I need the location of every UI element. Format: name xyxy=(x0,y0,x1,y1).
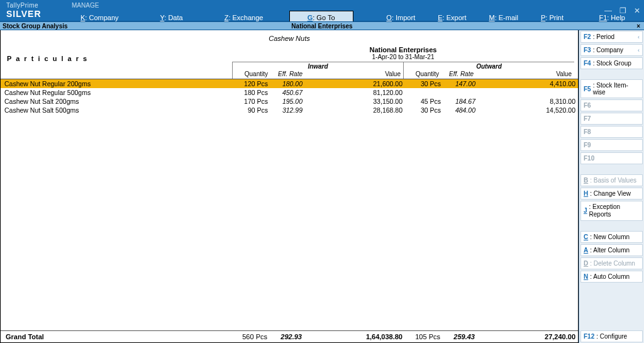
side-f10: F10 xyxy=(580,152,643,164)
side-panel: F2: Period‹ F3: Company‹ F4: Stock Group… xyxy=(579,30,644,343)
side-f8: F8 xyxy=(580,126,643,138)
period-heading: 1-Apr-20 to 31-Mar-21 xyxy=(232,53,574,62)
inward-column-group: Inward Quantity Eff. Rate Value xyxy=(232,62,403,79)
side-stock-group[interactable]: F4: Stock Group xyxy=(580,57,643,69)
brand-block: TallyPrime SILVER xyxy=(0,0,69,21)
side-period[interactable]: F2: Period‹ xyxy=(580,31,643,43)
side-f6: F6 xyxy=(580,99,643,111)
side-stock-item-wise[interactable]: F5: Stock Item-wise xyxy=(580,79,643,98)
item-name: Cashew Nut Regular 500gms xyxy=(1,88,232,97)
grand-total-label: Grand Total xyxy=(1,333,232,340)
report-header: Cashew Nuts P a r t i c u l a r s Nation… xyxy=(1,30,578,79)
manage-label: MANAGE xyxy=(69,0,99,9)
side-company[interactable]: F3: Company‹ xyxy=(580,44,643,56)
inward-title: Inward xyxy=(233,62,403,70)
sub-header: Stock Group Analysis National Enterprise… xyxy=(0,21,644,30)
table-row[interactable]: Cashew Nut Salt 500gms 90 Pcs312.9928,16… xyxy=(1,106,578,115)
side-exception-reports[interactable]: J: Exception Reports xyxy=(580,201,643,221)
item-name: Cashew Nut Regular 200gms xyxy=(1,79,232,88)
item-name: Cashew Nut Salt 500gms xyxy=(1,106,232,115)
company-heading: National Enterprises xyxy=(232,46,574,53)
side-new-column[interactable]: C: New Column xyxy=(580,231,643,243)
side-f7: F7 xyxy=(580,113,643,125)
table-row[interactable]: Cashew Nut Regular 200gms 120 Pcs180.002… xyxy=(1,79,578,88)
particulars-heading: P a r t i c u l a r s xyxy=(4,46,232,79)
col-qty: Quantity xyxy=(233,70,270,77)
subheader-left: Stock Group Analysis xyxy=(3,23,68,30)
item-name: Cashew Nut Salt 200gms xyxy=(1,97,232,106)
subheader-close-icon[interactable]: × xyxy=(636,23,641,30)
table-row[interactable]: Cashew Nut Regular 500gms 180 Pcs450.678… xyxy=(1,88,578,97)
chevron-left-icon: ‹ xyxy=(638,47,640,53)
brand-bottom: SILVER xyxy=(6,9,63,19)
brand-top: TallyPrime xyxy=(6,2,63,9)
side-basis-values: B: Basis of Values xyxy=(580,174,643,186)
subheader-center: National Enterprises xyxy=(291,23,352,30)
main-area: Cashew Nuts P a r t i c u l a r s Nation… xyxy=(0,30,644,343)
col-qty: Quantity xyxy=(404,70,441,77)
side-change-view[interactable]: H: Change View xyxy=(580,188,643,200)
side-delete-column: D: Delete Column xyxy=(580,257,643,269)
outward-title: Outward xyxy=(404,62,574,70)
side-alter-column[interactable]: A: Alter Column xyxy=(580,244,643,256)
chevron-left-icon: ‹ xyxy=(638,34,640,40)
side-configure[interactable]: F12: Configure xyxy=(580,330,643,342)
col-val: Value xyxy=(305,70,403,77)
side-f9: F9 xyxy=(580,139,643,151)
data-rows: Cashew Nut Regular 200gms 120 Pcs180.002… xyxy=(1,79,578,330)
outward-column-group: Outward Quantity Eff. Rate Value xyxy=(403,62,574,79)
report-panel: Cashew Nuts P a r t i c u l a r s Nation… xyxy=(0,30,579,343)
col-rate: Eff. Rate xyxy=(441,70,476,77)
grand-total-row: Grand Total 560 Pcs292.931,64,038.80 105… xyxy=(1,330,578,342)
table-row[interactable]: Cashew Nut Salt 200gms 170 Pcs195.0033,1… xyxy=(1,97,578,106)
side-auto-column[interactable]: N: Auto Column xyxy=(580,271,643,283)
col-val: Value xyxy=(476,70,574,77)
col-rate: Eff. Rate xyxy=(270,70,305,77)
stock-group-name: Cashew Nuts xyxy=(4,33,574,46)
